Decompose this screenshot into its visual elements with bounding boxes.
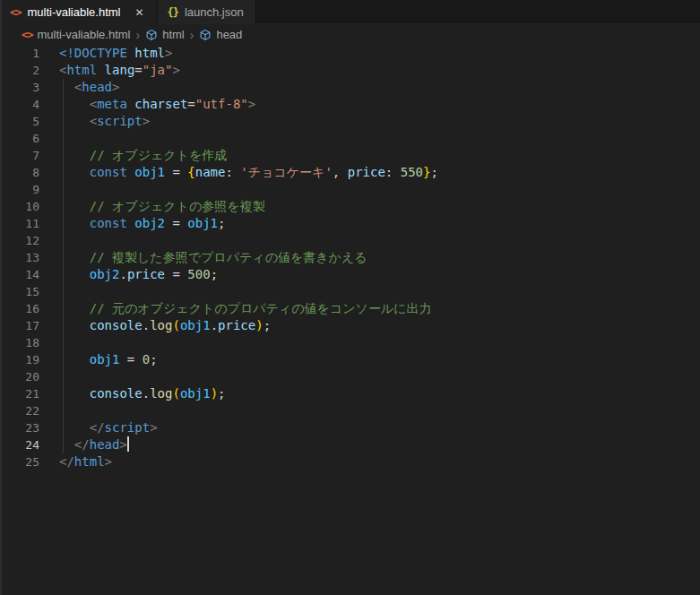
code-token: "utf-8" (195, 97, 248, 111)
code-line-content: <!DOCTYPE html> (39, 45, 700, 62)
line-number[interactable]: 17 (0, 317, 39, 334)
code-line-content: </script> (39, 419, 700, 436)
code-line[interactable]: 16 // 元のオブジェクトのプロパティの値をコンソールに出力 (0, 300, 700, 317)
code-token: // オブジェクトの参照を複製 (90, 199, 265, 213)
code-editor[interactable]: 1<!DOCTYPE html>2<html lang="ja">3 <head… (0, 45, 700, 595)
code-line[interactable]: 24 </head> (0, 436, 700, 453)
code-token: meta (97, 97, 127, 111)
code-line[interactable]: 1<!DOCTYPE html> (0, 45, 700, 62)
code-line[interactable]: 23 </script> (0, 419, 700, 436)
line-number[interactable]: 9 (0, 181, 39, 198)
code-line[interactable]: 15 (0, 283, 700, 300)
html-file-icon: <> (10, 6, 21, 19)
line-number[interactable]: 23 (0, 419, 39, 436)
code-token: > (143, 114, 150, 128)
line-number[interactable]: 6 (0, 130, 39, 147)
breadcrumb-item-html[interactable]: html (145, 28, 185, 41)
breadcrumb-item-file[interactable]: <> multi-valiable.html (22, 28, 131, 41)
code-line-content: // 複製した参照でプロパティの値を書きかえる (39, 249, 700, 266)
code-line[interactable]: 18 (0, 334, 700, 351)
line-number[interactable]: 13 (0, 249, 39, 266)
code-line-content: <script> (39, 113, 700, 130)
line-number[interactable]: 18 (0, 334, 39, 351)
line-number[interactable]: 24 (0, 436, 39, 453)
code-line[interactable]: 11 const obj2 = obj1; (0, 215, 700, 232)
code-token: > (105, 454, 112, 469)
code-token: name (195, 165, 226, 179)
html-file-icon: <> (22, 29, 32, 41)
line-number[interactable]: 14 (0, 266, 39, 283)
code-line[interactable]: 2<html lang="ja"> (0, 62, 700, 79)
code-line[interactable]: 21 console.log(obj1); (0, 385, 700, 402)
code-token: price (127, 267, 165, 281)
code-line[interactable]: 4 <meta charset="utf-8"> (0, 96, 700, 113)
code-token: head (90, 437, 120, 452)
line-number[interactable]: 5 (0, 113, 39, 130)
code-token: ; (211, 267, 218, 281)
line-number[interactable]: 4 (0, 96, 39, 113)
code-token: ; (218, 386, 225, 401)
line-number[interactable]: 12 (0, 232, 39, 249)
breadcrumb-item-head[interactable]: head (199, 28, 242, 41)
code-token (59, 352, 90, 366)
tab-multi-valiable-html[interactable]: <> multi-valiable.html ✕ (0, 0, 158, 24)
code-token: price (218, 318, 255, 332)
code-line[interactable]: 25</html> (0, 453, 700, 470)
line-number[interactable]: 22 (0, 402, 39, 419)
code-token: . (143, 318, 150, 332)
tab-label: launch.json (185, 5, 244, 19)
code-line[interactable]: 20 (0, 368, 700, 385)
code-token: html (66, 63, 97, 77)
code-token: < (90, 114, 97, 128)
code-token: 0 (143, 352, 150, 366)
line-number[interactable]: 10 (0, 198, 39, 215)
code-line[interactable]: 14 obj2.price = 500; (0, 266, 700, 283)
line-number[interactable]: 19 (0, 351, 39, 368)
code-line[interactable]: 7 // オブジェクトを作成 (0, 147, 700, 164)
code-token (59, 216, 90, 230)
code-line[interactable]: 8 const obj1 = {name: 'チョコケーキ', price: 5… (0, 164, 700, 181)
tab-launch-json[interactable]: {} launch.json (158, 0, 255, 24)
line-number[interactable]: 16 (0, 300, 39, 317)
line-number[interactable]: 20 (0, 368, 39, 385)
line-number[interactable]: 1 (0, 45, 39, 62)
code-line[interactable]: 17 console.log(obj1.price); (0, 317, 700, 334)
code-token: </ (90, 420, 105, 435)
line-number[interactable]: 8 (0, 164, 39, 181)
code-token: obj1 (90, 352, 120, 366)
code-line[interactable]: 13 // 複製した参照でプロパティの値を書きかえる (0, 249, 700, 266)
breadcrumb: <> multi-valiable.html › html › head (0, 24, 700, 45)
code-line[interactable]: 9 (0, 181, 700, 198)
line-number[interactable]: 21 (0, 385, 39, 402)
code-token (59, 165, 90, 179)
text-cursor (127, 436, 129, 452)
close-icon[interactable]: ✕ (133, 5, 147, 20)
symbol-cube-icon (145, 29, 158, 41)
line-number[interactable]: 2 (0, 62, 39, 79)
code-line[interactable]: 22 (0, 402, 700, 419)
code-line[interactable]: 5 <script> (0, 113, 700, 130)
line-number[interactable]: 3 (0, 79, 39, 96)
code-token: obj1 (180, 386, 211, 401)
code-token: console (90, 386, 143, 401)
code-line[interactable]: 10 // オブジェクトの参照を複製 (0, 198, 700, 215)
code-token: obj1 (180, 318, 211, 332)
code-token: obj2 (90, 267, 120, 281)
code-line-content (39, 334, 700, 351)
code-token: . (143, 386, 150, 401)
code-line[interactable]: 19 obj1 = 0; (0, 351, 700, 368)
code-line[interactable]: 6 (0, 130, 700, 147)
line-number[interactable]: 7 (0, 147, 39, 164)
code-token (59, 148, 90, 162)
code-line-content: const obj1 = {name: 'チョコケーキ', price: 550… (39, 164, 700, 181)
code-token: charset (134, 97, 187, 111)
code-token (59, 437, 74, 452)
line-number[interactable]: 15 (0, 283, 39, 300)
code-line[interactable]: 12 (0, 232, 700, 249)
code-token: ; (218, 216, 225, 230)
line-number[interactable]: 11 (0, 215, 39, 232)
code-line-content: <meta charset="utf-8"> (39, 96, 700, 113)
code-line[interactable]: 3 <head> (0, 79, 700, 96)
line-number[interactable]: 25 (0, 453, 39, 470)
code-token: { (187, 165, 194, 179)
